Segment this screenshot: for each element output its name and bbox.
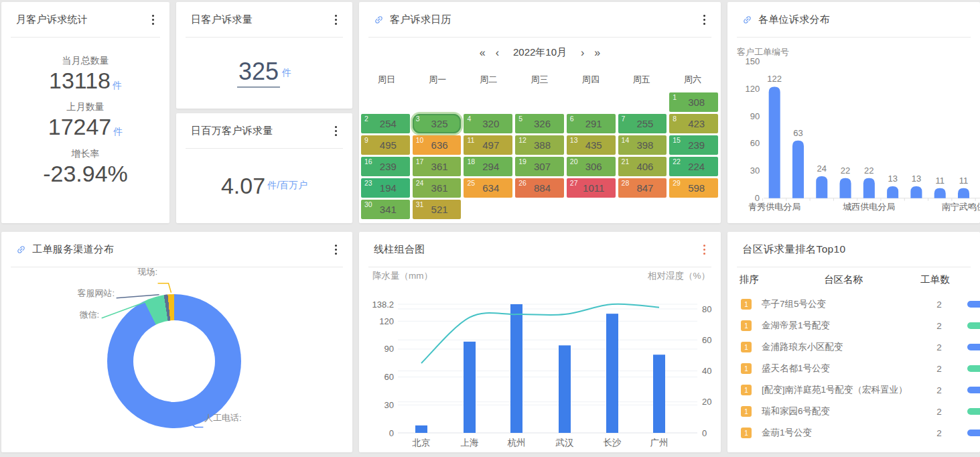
svg-text:13: 13 [912, 174, 921, 184]
calendar-day-cell[interactable]: 22224 [669, 157, 718, 176]
bar[interactable] [792, 141, 804, 198]
calendar-day-cell[interactable]: 16239 [361, 157, 410, 176]
bar[interactable] [863, 178, 875, 198]
calendar-day-cell[interactable]: 11497 [464, 135, 512, 155]
day-value: 388 [529, 139, 551, 151]
divider [737, 267, 971, 267]
kebab-menu-icon[interactable] [700, 241, 709, 258]
calendar-day-cell[interactable]: 5326 [515, 114, 564, 133]
calendar-day-cell[interactable]: 30341 [361, 200, 410, 219]
combo-bar[interactable] [510, 304, 522, 433]
svg-text:138.2: 138.2 [372, 300, 394, 310]
calendar-day-cell[interactable]: 19307 [515, 157, 564, 176]
calendar-weekday-row: 周日周一周二周三周四周五周六 [361, 74, 718, 86]
card-title: 日客户诉求量 [191, 13, 253, 26]
combo-bar[interactable] [415, 426, 427, 433]
svg-text:80: 80 [702, 304, 711, 314]
weekday-label: 周一 [412, 74, 463, 86]
calendar-day-cell[interactable]: 21406 [618, 157, 667, 176]
table-row[interactable]: 1金湖帝景1号配变2 [727, 315, 980, 336]
svg-text:20: 20 [702, 397, 711, 407]
table-row[interactable]: 1盛天名都1号公变2 [727, 358, 980, 379]
bar[interactable] [816, 176, 827, 198]
svg-text:150: 150 [745, 56, 760, 66]
combo-bar[interactable] [653, 354, 665, 433]
calendar-day-cell[interactable]: 10636 [413, 135, 462, 155]
calendar-day-cell[interactable]: 31521 [413, 200, 462, 219]
svg-text:南宁武鸣供: 南宁武鸣供 [942, 202, 980, 212]
calendar-day-cell[interactable]: 26884 [515, 178, 564, 198]
calendar-day-cell[interactable]: 29598 [669, 178, 718, 198]
calendar-day-cell[interactable]: 1308 [669, 92, 718, 112]
calendar-day-cell[interactable]: 23194 [361, 178, 410, 198]
day-number: 5 [518, 115, 522, 123]
order-count: 2 [919, 364, 959, 374]
table-row[interactable]: 1金浦路琅东小区配变2 [727, 336, 980, 358]
bar[interactable] [887, 186, 898, 198]
day-value: 398 [631, 139, 653, 151]
calendar-day-cell[interactable]: 20306 [567, 157, 616, 176]
prev-year-button[interactable]: « [480, 48, 486, 58]
calendar-empty-cell [618, 200, 667, 219]
table-row[interactable]: 1瑞和家园6号配变2 [727, 401, 980, 422]
calendar-day-cell[interactable]: 3325 [413, 114, 462, 133]
donut-chart[interactable] [107, 294, 241, 428]
calendar-day-cell[interactable]: 24361 [413, 178, 462, 198]
next-month-button[interactable]: › [581, 48, 584, 58]
bar[interactable] [910, 186, 922, 198]
kebab-menu-icon[interactable] [332, 123, 340, 139]
kebab-menu-icon[interactable] [700, 11, 709, 28]
calendar-day-cell[interactable]: 25634 [464, 178, 512, 198]
weekday-label: 周三 [514, 74, 565, 86]
calendar-day-cell[interactable]: 12388 [515, 135, 564, 155]
bar[interactable] [840, 178, 851, 198]
kebab-menu-icon[interactable] [332, 241, 340, 258]
table-row[interactable]: 1[配变]南洋庭苑1号配变（宏科置业）2 [727, 379, 980, 401]
combo-bar[interactable] [464, 342, 476, 433]
calendar-day-cell[interactable]: 18294 [464, 157, 512, 176]
weekday-label: 周四 [565, 74, 616, 86]
bar[interactable] [958, 188, 969, 198]
calendar-day-cell[interactable]: 7255 [618, 114, 667, 133]
table-row[interactable]: 1亭子7组5号公变2 [727, 293, 980, 315]
calendar-day-cell[interactable]: 9495 [361, 135, 410, 155]
column-header-count: 工单数 [908, 273, 962, 286]
next-year-button[interactable]: » [594, 48, 600, 58]
bar[interactable] [769, 86, 780, 198]
stat-label: 当月总数量 [62, 55, 109, 67]
calendar-day-cell[interactable]: 271011 [567, 178, 616, 198]
calendar-day-cell[interactable]: 2254 [361, 114, 410, 133]
pie-slice-label: 人工电话:301(92.62%) [204, 413, 242, 423]
combo-line[interactable] [421, 304, 659, 363]
kebab-menu-icon[interactable] [149, 11, 157, 28]
calendar-day-cell[interactable]: 6291 [567, 114, 616, 133]
table-row[interactable]: 1金葫1号公变2 [727, 422, 980, 444]
stat-value: -23.94% [43, 161, 128, 186]
stat-number: 13118 [49, 68, 111, 93]
day-number: 30 [364, 200, 372, 208]
calendar-day-cell[interactable]: 15239 [669, 135, 718, 155]
combo-bar[interactable] [606, 314, 618, 433]
order-count: 2 [919, 428, 959, 438]
combo-bar[interactable] [559, 345, 571, 433]
calendar-day-cell[interactable]: 8423 [669, 114, 718, 133]
bar[interactable] [934, 188, 946, 198]
svg-text:城西供电分局: 城西供电分局 [843, 202, 895, 212]
svg-text:40: 40 [702, 366, 711, 376]
daily-value-link[interactable]: 325 [237, 58, 280, 88]
calendar-day-cell[interactable]: 28847 [618, 178, 667, 198]
svg-text:上海: 上海 [461, 438, 479, 448]
svg-text:北京: 北京 [412, 438, 431, 448]
svg-text:长沙: 长沙 [604, 438, 622, 448]
calendar-day-cell[interactable]: 4320 [464, 114, 512, 133]
calendar-day-cell[interactable]: 14398 [618, 135, 667, 155]
calendar-day-cell[interactable]: 13435 [567, 135, 616, 155]
svg-text:90: 90 [750, 111, 760, 121]
prev-month-button[interactable]: ‹ [496, 48, 499, 58]
rank-badge: 1 [741, 406, 752, 417]
calendar-day-cell[interactable]: 17361 [413, 157, 462, 176]
kebab-menu-icon[interactable] [332, 11, 340, 28]
left-axis-name: 降水量（mm） [372, 270, 433, 282]
svg-text:武汉: 武汉 [555, 438, 575, 448]
day-value: 634 [477, 182, 499, 194]
